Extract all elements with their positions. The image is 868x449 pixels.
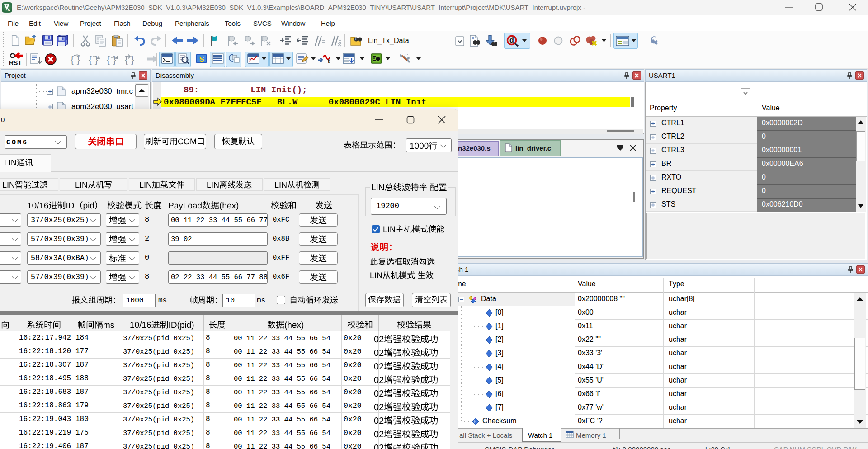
- svg-text:d: d: [509, 36, 514, 44]
